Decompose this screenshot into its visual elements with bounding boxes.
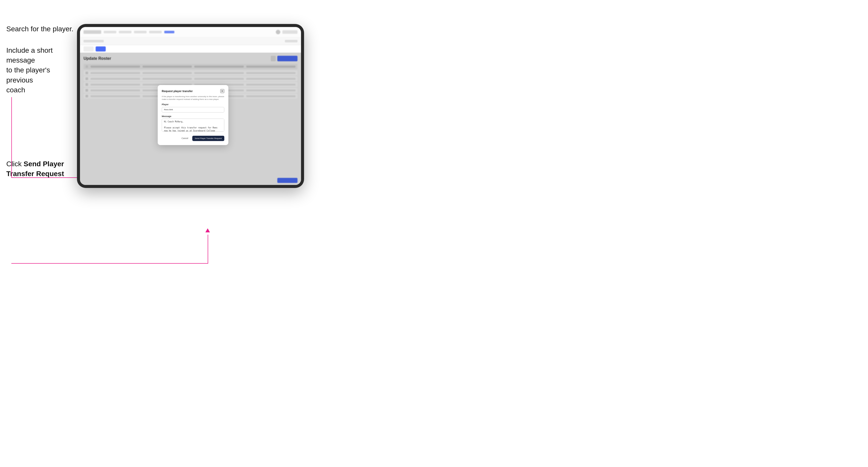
modal-description: If the player is transferring from anoth… — [162, 95, 224, 101]
app-header — [80, 27, 301, 37]
nav-item-active — [164, 31, 174, 33]
nav-item-1 — [104, 31, 116, 33]
tablet-screen: Update Roster — [80, 27, 301, 185]
player-field-label: Player — [162, 103, 224, 106]
send-transfer-request-button[interactable]: Send Player Transfer Request — [192, 136, 224, 141]
sub-header-right — [285, 40, 298, 42]
user-avatar — [276, 30, 280, 34]
player-search-input[interactable] — [162, 107, 224, 113]
message-field-label: Message — [162, 115, 224, 118]
annotation-click: Click Send Player Transfer Request — [6, 159, 82, 179]
header-right — [276, 30, 298, 34]
header-right-btn — [282, 30, 298, 34]
modal-actions: Cancel Send Player Transfer Request — [162, 136, 224, 141]
arrow-send-horizontal — [11, 263, 208, 263]
arrow-message-vertical — [11, 97, 12, 178]
tab-1 — [84, 46, 94, 52]
annotation-search: Search for the player. — [6, 24, 73, 34]
request-transfer-modal: Request player transfer ✕ If the player … — [158, 85, 228, 145]
annotation-message: Include a short message to the player's … — [6, 45, 74, 95]
breadcrumb-item — [84, 40, 104, 42]
message-textarea[interactable]: Hi Coach McHarg, Please accept this tran… — [162, 119, 224, 132]
modal-overlay: Request player transfer ✕ If the player … — [80, 53, 301, 185]
page-content: Update Roster — [80, 53, 301, 185]
app-logo — [84, 30, 101, 34]
sub-header — [80, 37, 301, 45]
nav-item-3 — [134, 31, 147, 33]
arrow-send-tip — [206, 228, 210, 232]
modal-title: Request player transfer — [162, 90, 193, 93]
tab-bar — [80, 45, 301, 53]
cancel-button[interactable]: Cancel — [179, 136, 190, 141]
nav-item-4 — [149, 31, 162, 33]
tablet-device: Update Roster — [77, 24, 304, 188]
tab-2-active — [96, 46, 106, 52]
modal-header: Request player transfer ✕ — [162, 89, 224, 93]
nav-item-2 — [119, 31, 131, 33]
arrow-send-vertical — [208, 235, 208, 263]
modal-close-button[interactable]: ✕ — [220, 89, 224, 93]
